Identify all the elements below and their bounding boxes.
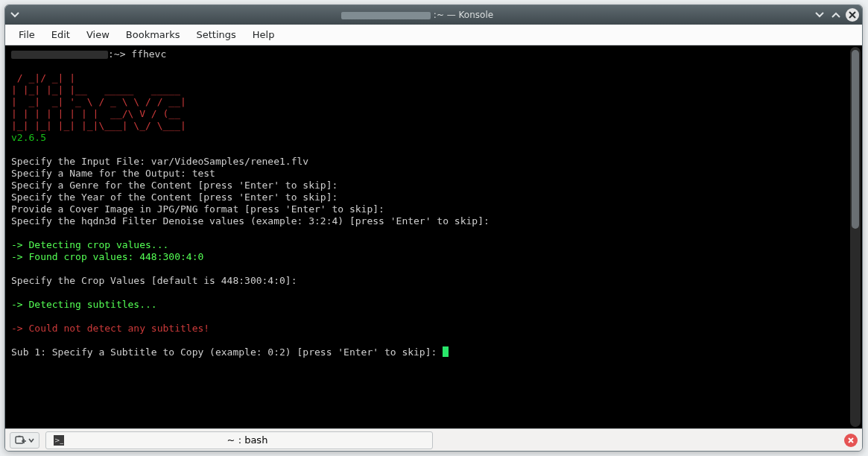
tab-bash[interactable]: >_ ~ : bash: [45, 431, 433, 449]
line-detect-crop: -> Detecting crop values...: [11, 239, 168, 250]
maximize-button[interactable]: [829, 8, 843, 22]
menu-help[interactable]: Help: [245, 26, 282, 43]
line-year: Specify the Year of the Content [press '…: [11, 191, 338, 203]
tab-label: ~ : bash: [70, 434, 425, 446]
window-title: :~ — Konsole: [22, 10, 813, 20]
line-no-subs: -> Could not detect any subtitles!: [11, 323, 209, 334]
line-output-name: Specify a Name for the Output: test: [11, 168, 215, 179]
close-button[interactable]: [846, 8, 859, 22]
ascii-art: / _|/ _| | | |_| |_| |__ _____ _____ | _…: [11, 72, 186, 131]
line-input-file: Specify the Input File: var/VideoSamples…: [11, 156, 308, 167]
cursor: [443, 346, 449, 357]
menu-edit[interactable]: Edit: [44, 26, 77, 43]
menu-settings[interactable]: Settings: [189, 26, 243, 43]
line-denoise: Specify the hqdn3d Filter Denoise values…: [11, 215, 490, 227]
menu-file[interactable]: File: [11, 26, 42, 43]
app-version: v2.6.5: [11, 132, 46, 143]
line-crop-prompt: Specify the Crop Values [default is 448:…: [11, 275, 297, 286]
close-tab-button[interactable]: [844, 434, 858, 447]
new-tab-button[interactable]: [10, 432, 39, 449]
window-titlebar: :~ — Konsole: [5, 5, 862, 25]
terminal-scrollbar[interactable]: [850, 47, 861, 427]
line-detect-subs: -> Detecting subtitles...: [11, 299, 157, 310]
prompt-path: :~>: [108, 48, 125, 60]
app-menu-icon[interactable]: [8, 8, 22, 22]
user-host-redacted: [11, 51, 108, 59]
bottom-bar: >_ ~ : bash: [5, 428, 862, 451]
line-found-crop: -> Found crop values: 448:300:4:0: [11, 251, 203, 262]
line-genre: Specify a Genre for the Content [press '…: [11, 180, 338, 191]
terminal-icon: >_: [54, 435, 64, 446]
menu-view[interactable]: View: [79, 26, 117, 43]
menubar: File Edit View Bookmarks Settings Help: [5, 25, 862, 45]
svg-rect-0: [16, 437, 23, 443]
prompt-command: ffhevc: [131, 48, 166, 60]
menu-bookmarks[interactable]: Bookmarks: [118, 26, 188, 43]
user-host-redacted: [341, 12, 431, 19]
scrollbar-thumb[interactable]: [852, 50, 859, 229]
line-sub1: Sub 1: Specify a Subtitle to Copy (examp…: [11, 346, 443, 358]
minimize-button[interactable]: [813, 8, 826, 22]
line-cover: Provide a Cover Image in JPG/PNG format …: [11, 203, 384, 215]
terminal[interactable]: :~> ffhevc / _|/ _| | | |_| |_| |__ ____…: [8, 47, 847, 427]
